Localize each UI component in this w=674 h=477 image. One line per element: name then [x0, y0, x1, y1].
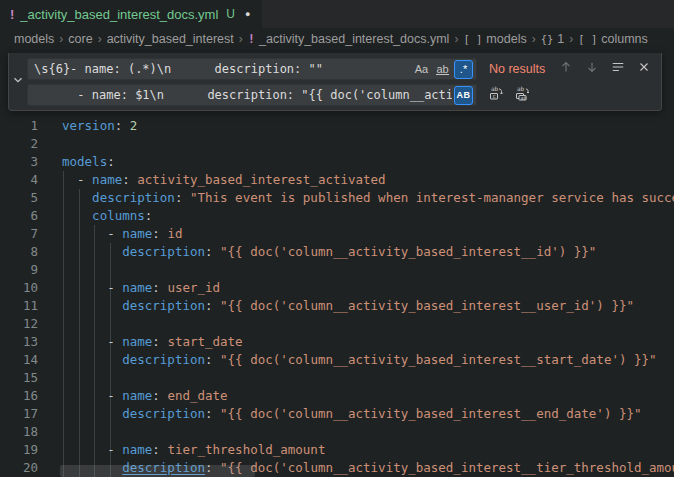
find-widget: \s{6}- name: (.*)\n description: "" Aa a… — [8, 53, 662, 111]
breadcrumb-separator: › — [98, 32, 102, 46]
editor-row: 13 - name: start_date — [0, 333, 674, 351]
breadcrumb-item[interactable]: activity_based_interest — [107, 32, 234, 46]
line-number[interactable]: 5 — [0, 189, 38, 207]
regex-toggle[interactable]: .* — [454, 60, 473, 79]
code-line[interactable]: - name: id — [62, 225, 674, 243]
line-number[interactable]: 10 — [0, 279, 38, 297]
svg-text:ab: ab — [491, 85, 499, 92]
editor-row: 18 — [0, 423, 674, 441]
find-input[interactable]: \s{6}- name: (.*)\n description: "" Aa a… — [27, 58, 477, 80]
replace-button[interactable]: ab c — [485, 84, 507, 106]
code-line[interactable]: description: "{{ doc('column__activity_b… — [62, 351, 674, 369]
code-token: "{{ doc('column__activity_based_interest… — [213, 406, 642, 421]
code-line[interactable] — [62, 315, 674, 333]
code-line[interactable] — [62, 261, 674, 279]
modified-dot-icon[interactable]: ● — [245, 9, 250, 19]
code-line[interactable]: description: "{{ doc('column__activity_b… — [62, 297, 674, 315]
code-line[interactable]: description: "This event is published wh… — [62, 189, 674, 207]
breadcrumb-item[interactable]: core — [68, 32, 92, 46]
code-token: user_id — [160, 280, 220, 295]
code-token — [62, 208, 92, 223]
breadcrumb-item[interactable]: {}1 — [541, 32, 565, 46]
replace-text: - name: $1\n description: "{{ doc('colum… — [34, 88, 452, 102]
editor-row: 11 description: "{{ doc('column__activit… — [0, 297, 674, 315]
code-line[interactable] — [62, 135, 674, 153]
breadcrumb-item[interactable]: [ ]columns — [578, 32, 648, 46]
code-token: description — [122, 406, 205, 421]
code-line[interactable]: - name: tier_threshold_amount — [62, 441, 674, 459]
line-number[interactable]: 3 — [0, 153, 38, 171]
line-number[interactable]: 8 — [0, 243, 38, 261]
code-token: : — [152, 442, 160, 457]
code-token: id — [160, 226, 183, 241]
code-line[interactable]: description: "{{ doc('column__activity_b… — [62, 243, 674, 261]
line-number[interactable]: 1 — [0, 117, 38, 135]
line-number[interactable]: 7 — [0, 225, 38, 243]
code-line[interactable] — [62, 369, 674, 387]
code-token: description — [122, 244, 205, 259]
svg-text:c: c — [493, 93, 496, 99]
code-line[interactable]: models: — [62, 153, 674, 171]
line-number[interactable]: 13 — [0, 333, 38, 351]
code-token: description — [92, 190, 175, 205]
code-line[interactable]: columns: — [62, 207, 674, 225]
breadcrumb-item[interactable]: !_activity_based_interest_docs.yml — [248, 32, 450, 46]
editor-row: 9 — [0, 261, 674, 279]
code-line[interactable]: - name: user_id — [62, 279, 674, 297]
code-token: : — [205, 406, 213, 421]
code-token: : — [152, 226, 160, 241]
editor-row: 16 - name: end_date — [0, 387, 674, 405]
code-line[interactable]: description: "{{ doc('column__activity_b… — [62, 405, 674, 423]
line-number[interactable]: 11 — [0, 297, 38, 315]
code-line[interactable]: version: 2 — [62, 117, 674, 135]
match-case-toggle[interactable]: Aa — [412, 60, 431, 79]
tab-active-file[interactable]: ! _activity_based_interest_docs.yml U ● — [0, 0, 262, 28]
svg-text:ab: ab — [517, 85, 525, 92]
line-number[interactable]: 17 — [0, 405, 38, 423]
yaml-file-icon: ! — [10, 7, 14, 22]
code-area: 1version: 223models:4 - name: activity_b… — [0, 117, 674, 477]
code-line[interactable]: - name: activity_based_interest_activate… — [62, 171, 674, 189]
breadcrumb-separator: › — [569, 32, 573, 46]
code-line[interactable]: - name: end_date — [62, 387, 674, 405]
code-line[interactable] — [62, 423, 674, 441]
line-number[interactable]: 2 — [0, 135, 38, 153]
breadcrumb-item[interactable]: models — [14, 32, 54, 46]
line-number[interactable]: 9 — [0, 261, 38, 279]
find-results-status: No results — [489, 62, 545, 76]
breadcrumb-label: models — [486, 32, 526, 46]
replace-input[interactable]: - name: $1\n description: "{{ doc('colum… — [27, 84, 477, 106]
whole-word-toggle[interactable]: ab — [433, 60, 452, 79]
preserve-case-toggle[interactable]: AB — [454, 86, 473, 105]
breadcrumb-separator: › — [454, 32, 458, 46]
close-find-button[interactable] — [633, 58, 655, 80]
line-number[interactable]: 12 — [0, 315, 38, 333]
line-number[interactable]: 15 — [0, 369, 38, 387]
line-number[interactable]: 20 — [0, 459, 38, 477]
line-number[interactable]: 18 — [0, 423, 38, 441]
line-number[interactable]: 16 — [0, 387, 38, 405]
code-token: description — [122, 298, 205, 313]
breadcrumb-item[interactable]: [ ]models — [463, 32, 526, 46]
toggle-replace-button[interactable] — [9, 53, 27, 110]
breadcrumb-separator: › — [532, 32, 536, 46]
code-token: end_date — [160, 388, 228, 403]
code-token — [62, 244, 122, 259]
replace-all-button[interactable]: ab ab — [511, 84, 533, 106]
line-number[interactable]: 14 — [0, 351, 38, 369]
previous-match-button[interactable] — [555, 58, 577, 80]
find-in-selection-button[interactable] — [607, 58, 629, 80]
line-number[interactable]: 19 — [0, 441, 38, 459]
breadcrumb-label: _activity_based_interest_docs.yml — [259, 32, 449, 46]
code-token: activity_based_interest_activated — [130, 172, 386, 187]
next-match-button[interactable] — [581, 58, 603, 80]
svg-text:ab: ab — [521, 95, 527, 101]
arrow-down-icon — [585, 60, 599, 78]
horizontal-scrollbar[interactable] — [60, 465, 255, 477]
code-line[interactable]: - name: start_date — [62, 333, 674, 351]
breadcrumb-separator: › — [59, 32, 63, 46]
editor[interactable]: 1version: 223models:4 - name: activity_b… — [0, 50, 674, 477]
line-number[interactable]: 4 — [0, 171, 38, 189]
line-number[interactable]: 6 — [0, 207, 38, 225]
whole-word-label: ab — [436, 64, 448, 75]
